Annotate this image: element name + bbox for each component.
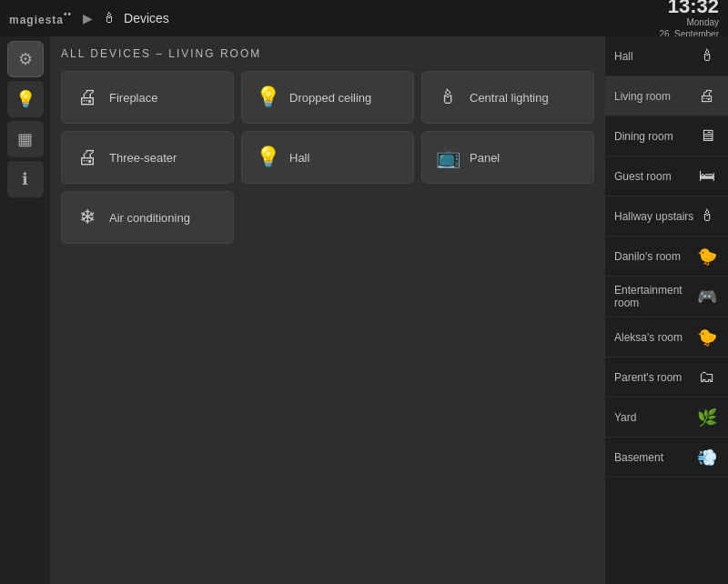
sidebar-item-light[interactable]: 💡 xyxy=(7,81,44,117)
room-label-basement: Basement xyxy=(614,451,695,464)
device-card-air-conditioning[interactable]: ❄Air conditioning xyxy=(61,191,234,244)
room-label-yard: Yard xyxy=(614,411,695,424)
room-item-parents-room[interactable]: Parent's room🗂 xyxy=(605,357,728,398)
room-icon-hallway-upstairs: 🕯 xyxy=(695,206,719,226)
logo-dots: •• xyxy=(64,9,72,19)
app-logo: magiesta•• xyxy=(9,9,72,28)
room-item-guest-room[interactable]: Guest room🛏 xyxy=(605,156,728,196)
room-label-danilos-room: Danilo's room xyxy=(614,250,695,263)
panel-label: Panel xyxy=(470,151,500,165)
air-conditioning-label: Air conditioning xyxy=(109,211,190,225)
room-item-entertainment-room[interactable]: Entertainment room🎮 xyxy=(605,277,728,317)
device-card-hall[interactable]: 💡Hall xyxy=(241,131,414,184)
room-icon-aleksas-room: 🐤 xyxy=(695,327,719,347)
central-lighting-label: Central lighting xyxy=(470,91,549,105)
room-label-dining-room: Dining room xyxy=(614,130,695,143)
sidebar-item-settings[interactable]: ⚙ xyxy=(7,41,44,77)
fireplace-label: Fireplace xyxy=(109,91,157,105)
clock-display: 13:32 Monday 26. September xyxy=(659,0,719,40)
room-label-guest-room: Guest room xyxy=(614,170,695,183)
app-header: magiesta•• ▶ 🕯 Devices 13:32 Monday 26. … xyxy=(0,0,728,36)
room-item-yard[interactable]: Yard🌿 xyxy=(605,398,728,438)
sidebar-item-info[interactable]: ℹ xyxy=(7,161,44,197)
room-icon-danilos-room: 🐤 xyxy=(695,247,719,267)
left-sidebar: ⚙ 💡 ▦ ℹ xyxy=(0,36,50,584)
room-item-hall[interactable]: Hall🕯 xyxy=(605,36,728,76)
device-card-fireplace[interactable]: 🖨Fireplace xyxy=(61,71,234,124)
dropped-ceiling-label: Dropped ceiling xyxy=(289,91,371,105)
nav-arrow-icon: ▶ xyxy=(83,11,93,25)
room-label-hall: Hall xyxy=(614,50,695,63)
sidebar-item-blinds[interactable]: ▦ xyxy=(7,121,44,157)
fireplace-icon: 🖨 xyxy=(75,86,100,109)
room-label-entertainment-room: Entertainment room xyxy=(614,284,695,309)
logo-text: magiesta xyxy=(9,14,64,26)
room-icon-dining-room: 🖥 xyxy=(695,126,719,146)
room-icon-hall: 🕯 xyxy=(695,46,719,65)
room-icon-yard: 🌿 xyxy=(695,408,719,428)
room-label-parents-room: Parent's room xyxy=(614,371,695,384)
room-icon-parents-room: 🗂 xyxy=(695,368,719,387)
room-icon-guest-room: 🛏 xyxy=(695,166,719,186)
room-icon-living-room: 🖨 xyxy=(695,86,719,106)
device-icon: 🕯 xyxy=(102,10,116,26)
header-title: Devices xyxy=(124,11,659,25)
room-icon-entertainment-room: 🎮 xyxy=(695,287,719,307)
room-item-aleksas-room[interactable]: Aleksa's room🐤 xyxy=(605,317,728,357)
air-conditioning-icon: ❄ xyxy=(75,206,100,229)
room-item-hallway-upstairs[interactable]: Hallway upstairs🕯 xyxy=(605,196,728,237)
three-seater-label: Three-seater xyxy=(109,151,177,165)
room-label-hallway-upstairs: Hallway upstairs xyxy=(614,210,695,223)
three-seater-icon: 🖨 xyxy=(75,146,100,169)
device-card-three-seater[interactable]: 🖨Three-seater xyxy=(61,131,234,184)
center-content: ALL DEVICES – LIVING ROOM 🖨Fireplace💡Dro… xyxy=(50,36,605,584)
clock-time: 13:32 xyxy=(659,0,719,16)
room-item-living-room[interactable]: Living room🖨 xyxy=(605,76,728,116)
device-card-central-lighting[interactable]: 🕯Central lighting xyxy=(421,71,594,124)
device-card-dropped-ceiling[interactable]: 💡Dropped ceiling xyxy=(241,71,414,124)
devices-grid: 🖨Fireplace💡Dropped ceiling🕯Central light… xyxy=(61,71,594,244)
room-label-living-room: Living room xyxy=(614,90,695,103)
central-lighting-icon: 🕯 xyxy=(435,86,460,109)
hall-icon: 💡 xyxy=(255,146,280,169)
dropped-ceiling-icon: 💡 xyxy=(255,86,280,109)
section-title: ALL DEVICES – LIVING ROOM xyxy=(61,47,594,60)
main-layout: ⚙ 💡 ▦ ℹ ALL DEVICES – LIVING ROOM 🖨Firep… xyxy=(0,36,728,584)
room-label-aleksas-room: Aleksa's room xyxy=(614,331,695,344)
room-icon-basement: 💨 xyxy=(695,448,719,468)
room-item-dining-room[interactable]: Dining room🖥 xyxy=(605,116,728,156)
right-sidebar: Hall🕯Living room🖨Dining room🖥Guest room🛏… xyxy=(605,36,728,584)
hall-label: Hall xyxy=(289,151,309,165)
room-item-basement[interactable]: Basement💨 xyxy=(605,438,728,478)
device-card-panel[interactable]: 📺Panel xyxy=(421,131,594,184)
panel-icon: 📺 xyxy=(435,146,460,169)
room-item-danilos-room[interactable]: Danilo's room🐤 xyxy=(605,237,728,277)
clock-day: Monday xyxy=(659,16,719,28)
